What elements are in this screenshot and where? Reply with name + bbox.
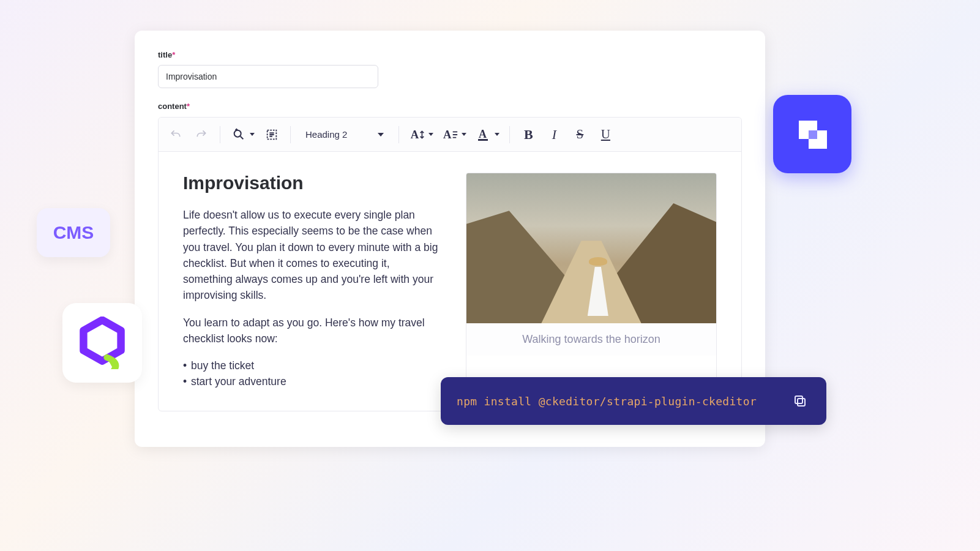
hexagon-icon xyxy=(78,317,126,369)
svg-text:A: A xyxy=(479,128,487,140)
toolbar-separator xyxy=(290,126,291,143)
chevron-down-icon[interactable] xyxy=(495,133,499,136)
title-input[interactable] xyxy=(158,65,378,88)
editor-toolbar: Heading 2 A A A xyxy=(159,118,741,152)
find-replace-group xyxy=(228,124,257,146)
document-list: buy the ticket start your adventure xyxy=(183,358,439,390)
chevron-down-icon[interactable] xyxy=(250,133,255,136)
heading-dropdown-value: Heading 2 xyxy=(305,129,347,140)
figure-caption[interactable]: Walking towards the horizon xyxy=(466,323,716,356)
italic-icon: I xyxy=(552,127,556,143)
font-size-icon: A xyxy=(410,127,425,142)
font-color-group: A xyxy=(473,124,502,146)
underline-button[interactable]: U xyxy=(594,124,616,146)
svg-rect-15 xyxy=(798,399,805,406)
install-command-bar: npm install @ckeditor/strapi-plugin-cked… xyxy=(441,377,826,425)
svg-text:A: A xyxy=(443,128,452,141)
document-paragraph: You learn to adapt as you go. Here's how… xyxy=(183,315,439,347)
editor-text-column: Improvisation Life doesn't allow us to e… xyxy=(183,173,439,390)
install-command-text: npm install @ckeditor/strapi-plugin-cked… xyxy=(457,395,757,408)
rich-text-editor: Heading 2 A A A xyxy=(158,117,742,411)
document-paragraph: Life doesn't allow us to execute every s… xyxy=(183,207,439,304)
font-family-icon: A xyxy=(443,127,458,142)
list-item: start your adventure xyxy=(183,373,439,389)
strikethrough-icon: S xyxy=(577,127,584,142)
cms-badge: CMS xyxy=(37,208,110,257)
find-replace-button[interactable] xyxy=(228,124,250,146)
underline-icon: U xyxy=(601,127,610,142)
bold-icon: B xyxy=(524,127,533,143)
toolbar-separator xyxy=(220,126,220,143)
strapi-badge xyxy=(773,95,851,173)
font-color-icon: A xyxy=(477,127,490,142)
copy-icon xyxy=(793,394,807,408)
svg-text:A: A xyxy=(411,128,419,141)
svg-rect-11 xyxy=(478,139,488,141)
chevron-down-icon xyxy=(378,133,384,137)
toolbar-separator xyxy=(398,126,399,143)
title-label: title* xyxy=(158,50,175,59)
required-asterisk: * xyxy=(187,102,190,111)
apostrophe-badge xyxy=(62,303,142,383)
chevron-down-icon[interactable] xyxy=(428,133,433,136)
svg-rect-14 xyxy=(809,130,817,139)
content-label-text: content xyxy=(158,102,187,111)
svg-point-0 xyxy=(234,130,241,137)
title-field-group: title* xyxy=(158,49,742,88)
select-all-button[interactable] xyxy=(261,124,283,146)
undo-icon xyxy=(170,129,182,141)
font-family-group: A xyxy=(440,124,469,146)
figure-image xyxy=(466,173,716,323)
chevron-down-icon[interactable] xyxy=(462,133,466,136)
heading-dropdown[interactable]: Heading 2 xyxy=(298,124,391,146)
required-asterisk: * xyxy=(172,50,175,59)
undo-button[interactable] xyxy=(165,124,187,146)
redo-icon xyxy=(195,129,208,141)
content-label: content* xyxy=(158,102,742,111)
editor-content-area[interactable]: Improvisation Life doesn't allow us to e… xyxy=(159,152,741,411)
svg-rect-16 xyxy=(795,396,802,403)
toolbar-separator xyxy=(509,126,510,143)
document-figure[interactable]: Walking towards the horizon xyxy=(466,173,717,390)
document-heading: Improvisation xyxy=(183,173,439,193)
title-label-text: title xyxy=(158,50,172,59)
cms-badge-text: CMS xyxy=(53,222,94,243)
copy-button[interactable] xyxy=(790,391,810,411)
find-replace-icon xyxy=(232,128,245,141)
list-item: buy the ticket xyxy=(183,358,439,373)
select-all-icon xyxy=(265,128,279,141)
italic-button[interactable]: I xyxy=(543,124,565,146)
strikethrough-button[interactable]: S xyxy=(569,124,591,146)
redo-button[interactable] xyxy=(190,124,212,146)
font-size-group: A xyxy=(406,124,436,146)
font-family-button[interactable]: A xyxy=(440,124,462,146)
font-color-button[interactable]: A xyxy=(473,124,495,146)
font-size-button[interactable]: A xyxy=(406,124,428,146)
strapi-icon xyxy=(791,113,833,155)
bold-button[interactable]: B xyxy=(517,124,539,146)
